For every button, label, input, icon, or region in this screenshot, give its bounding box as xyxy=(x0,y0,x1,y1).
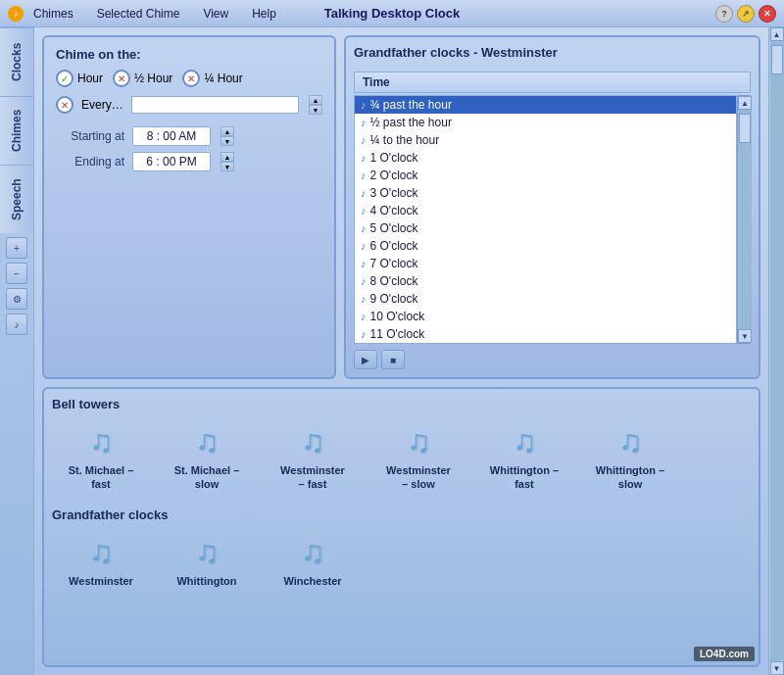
quarter-hour-radio[interactable]: ✕ xyxy=(182,70,200,87)
chime-controls: ▶ ■ xyxy=(354,350,751,369)
grandfather-item-2[interactable]: ♫ Winchester xyxy=(264,534,362,588)
chime-item-label-8: 6 O'clock xyxy=(370,239,418,253)
ending-spin-up[interactable]: ▲ xyxy=(220,152,234,162)
settings-icon[interactable]: ⚙ xyxy=(6,288,27,310)
chime-item-5[interactable]: ♪ 3 O'clock xyxy=(355,184,736,202)
starting-spin-down[interactable]: ▼ xyxy=(220,136,234,146)
every-input[interactable] xyxy=(131,96,299,114)
close-button[interactable]: ✕ xyxy=(759,5,776,23)
bell-item-0[interactable]: ♫ St. Michael –fast xyxy=(52,423,150,492)
hour-option[interactable]: ✓ Hour xyxy=(56,70,103,87)
bell-item-name-4: Whittington –fast xyxy=(490,463,559,492)
music-note-icon-10: ♪ xyxy=(361,275,367,287)
starting-time-value[interactable]: 8 : 00 AM xyxy=(132,126,211,146)
play-button[interactable]: ▶ xyxy=(354,350,377,369)
chime-item-13[interactable]: ♪ 11 O'clock xyxy=(355,325,736,343)
hour-radio[interactable]: ✓ xyxy=(56,70,74,87)
chime-on-label: Chime on the: xyxy=(56,47,322,62)
bell-item-5[interactable]: ♫ Whittington –slow xyxy=(581,423,679,492)
chime-item-3[interactable]: ♪ 1 O'clock xyxy=(355,149,736,167)
bell-music-icon-1: ♫ xyxy=(195,423,219,459)
chime-item-label-11: 9 O'clock xyxy=(370,292,418,306)
bell-item-4[interactable]: ♫ Whittington –fast xyxy=(475,423,573,492)
chime-list[interactable]: ♪ ¾ past the hour ♪ ½ past the hour ♪ ¼ … xyxy=(354,95,737,344)
chime-item-11[interactable]: ♪ 9 O'clock xyxy=(355,290,736,308)
chime-item-label-1: ½ past the hour xyxy=(370,116,452,129)
menu-help[interactable]: Help xyxy=(248,5,280,23)
grandfather-item-name-1: Whittington xyxy=(176,574,236,588)
grandfather-music-icon-1: ♫ xyxy=(195,534,219,570)
delete-icon[interactable]: − xyxy=(6,263,27,284)
chime-item-label-10: 8 O'clock xyxy=(370,274,418,288)
chime-item-7[interactable]: ♪ 5 O'clock xyxy=(355,219,736,237)
scroll-thumb[interactable] xyxy=(739,114,751,143)
every-spin-down[interactable]: ▼ xyxy=(309,105,322,115)
half-hour-option[interactable]: ✕ ½ Hour xyxy=(113,70,172,87)
restore-button[interactable]: ↗ xyxy=(737,5,755,23)
bell-item-3[interactable]: ♫ Westminster– slow xyxy=(369,423,467,492)
chime-list-wrapper: ♪ ¾ past the hour ♪ ½ past the hour ♪ ¼ … xyxy=(354,95,751,344)
quarter-hour-option[interactable]: ✕ ¼ Hour xyxy=(182,70,242,87)
add-icon[interactable]: + xyxy=(6,237,27,259)
title-bar: ♪ Chimes Selected Chime View Help Talkin… xyxy=(0,0,784,27)
music-note-icon-9: ♪ xyxy=(361,258,367,269)
grandfather-item-1[interactable]: ♫ Whittington xyxy=(158,534,256,588)
scroll-track[interactable] xyxy=(738,110,752,329)
right-scroll-track[interactable] xyxy=(770,41,784,661)
bell-music-icon-4: ♫ xyxy=(513,423,536,459)
scroll-up-arrow[interactable]: ▲ xyxy=(738,96,752,110)
music-icon[interactable]: ♪ xyxy=(6,313,27,335)
chime-item-0[interactable]: ♪ ¾ past the hour xyxy=(355,96,736,114)
content-area: Chime on the: ✓ Hour ✕ ½ Hour ✕ ¼ Hour xyxy=(34,27,768,675)
help-button[interactable]: ? xyxy=(715,5,733,23)
chime-item-12[interactable]: ♪ 10 O'clock xyxy=(355,308,736,325)
ending-spin-down[interactable]: ▼ xyxy=(220,162,234,171)
chime-list-panel: Grandfather clocks - Westminster Time ♪ … xyxy=(344,35,760,379)
stop-button[interactable]: ■ xyxy=(381,350,405,369)
chime-item-2[interactable]: ♪ ¼ to the hour xyxy=(355,131,736,149)
music-note-icon-11: ♪ xyxy=(361,293,367,305)
starting-spin-up[interactable]: ▲ xyxy=(220,126,234,136)
music-note-icon-6: ♪ xyxy=(361,205,367,217)
sidebar-tab-speech[interactable]: Speech xyxy=(0,165,33,233)
right-scroll-up[interactable]: ▲ xyxy=(770,27,784,41)
bell-item-name-0: St. Michael –fast xyxy=(69,463,134,492)
every-radio[interactable]: ✕ xyxy=(56,96,74,114)
chime-options-row: ✓ Hour ✕ ½ Hour ✕ ¼ Hour xyxy=(56,70,322,87)
grandfather-item-name-0: Westminster xyxy=(69,574,133,588)
chime-item-4[interactable]: ♪ 2 O'clock xyxy=(355,167,736,184)
bell-item-1[interactable]: ♫ St. Michael –slow xyxy=(158,423,256,492)
chime-list-title: Grandfather clocks - Westminster xyxy=(354,45,751,64)
chime-item-label-0: ¾ past the hour xyxy=(370,98,452,112)
right-scrollbar[interactable]: ▲ ▼ xyxy=(768,27,784,675)
music-note-icon-2: ♪ xyxy=(361,134,367,146)
chime-item-label-13: 11 O'clock xyxy=(370,327,425,341)
menu-chimes[interactable]: Chimes xyxy=(29,5,77,23)
chime-item-1[interactable]: ♪ ½ past the hour xyxy=(355,114,736,131)
every-spin-up[interactable]: ▲ xyxy=(309,95,322,105)
ending-time-value[interactable]: 6 : 00 PM xyxy=(132,152,211,171)
half-hour-radio[interactable]: ✕ xyxy=(113,70,130,87)
starting-spinner: ▲ ▼ xyxy=(220,126,234,146)
sidebar-tab-chimes[interactable]: Chimes xyxy=(0,96,33,165)
menu-view[interactable]: View xyxy=(199,5,232,23)
sidebar-tab-clocks[interactable]: Clocks xyxy=(0,27,33,96)
chime-item-10[interactable]: ♪ 8 O'clock xyxy=(355,272,736,290)
bell-towers-title: Bell towers xyxy=(52,397,751,413)
bell-towers-grid: ♫ St. Michael –fast ♫ St. Michael –slow … xyxy=(52,423,751,492)
chime-list-scrollbar[interactable]: ▲ ▼ xyxy=(737,95,751,344)
grandfather-clocks-title: Grandfather clocks xyxy=(52,507,751,524)
chime-item-8[interactable]: ♪ 6 O'clock xyxy=(355,237,736,255)
left-icon-group: + − ⚙ ♪ xyxy=(0,233,33,339)
chime-item-6[interactable]: ♪ 4 O'clock xyxy=(355,202,736,219)
chime-item-9[interactable]: ♪ 7 O'clock xyxy=(355,255,736,272)
grandfather-item-0[interactable]: ♫ Westminster xyxy=(52,534,150,588)
menu-selected-chime[interactable]: Selected Chime xyxy=(93,5,184,23)
music-note-icon-7: ♪ xyxy=(361,222,367,234)
scroll-down-arrow[interactable]: ▼ xyxy=(738,329,752,343)
right-scroll-thumb[interactable] xyxy=(771,45,783,74)
bell-item-2[interactable]: ♫ Westminster– fast xyxy=(264,423,362,492)
right-scroll-down[interactable]: ▼ xyxy=(770,661,784,675)
bell-item-name-5: Whittington –slow xyxy=(596,463,664,492)
music-note-icon-0: ♪ xyxy=(361,99,367,111)
